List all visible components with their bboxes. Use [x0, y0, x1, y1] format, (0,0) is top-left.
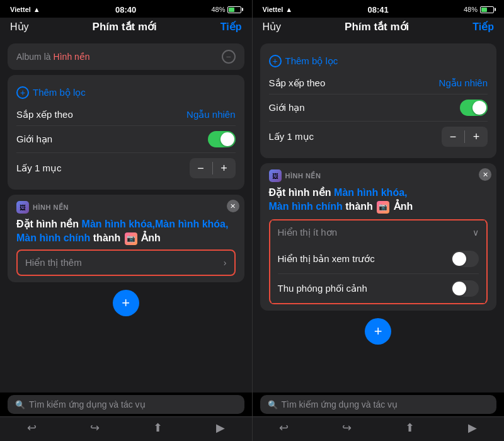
left-limit-toggle-knob [220, 132, 234, 146]
right-wifi-icon: ▲ [285, 6, 292, 13]
left-search-icon: 🔍 [15, 400, 25, 410]
left-battery-fill [229, 8, 234, 12]
left-show-more-row[interactable]: Hiển thị thêm › [16, 249, 236, 276]
left-sort-value[interactable]: Ngẫu nhiên [186, 109, 235, 120]
right-action-header: 🖼 HÌNH NỀN [269, 169, 488, 182]
left-add-filter-row[interactable]: + Thêm bộ lọc [16, 81, 236, 104]
right-zoom-row: Thu phóng phối cảnh [278, 274, 479, 303]
right-stepper-minus[interactable]: − [442, 127, 464, 147]
left-limit-toggle[interactable] [208, 131, 236, 147]
right-battery-fill [481, 8, 487, 12]
left-phone-panel: Viettel ▲ 08:40 48% Hủy Phím tắt mới Tiế… [0, 0, 252, 441]
right-show-less-text: Hiển thị ít hơn [278, 227, 338, 238]
left-limit-label: Giới hạn [16, 134, 52, 145]
right-red-box: Hiển thị ít hơn ∨ Hiển thị bản xem trước… [269, 219, 488, 304]
left-action-photo: Ảnh [141, 232, 161, 243]
right-take-label: Lấy 1 mục [269, 131, 314, 142]
right-nav-bar: Hủy Phím tắt mới Tiếp [253, 18, 505, 38]
left-tab-forward-icon[interactable]: ↪ [90, 421, 100, 435]
left-action-card: 🖼 HÌNH NỀN ✕ Đặt hình nền Màn hình khóa,… [8, 195, 244, 282]
right-stepper: − + [442, 127, 488, 147]
right-action-home: Màn hình chính [269, 201, 343, 212]
left-content: Album là Hình nền − + Thêm bộ lọc Sắp xế… [0, 38, 252, 392]
left-tab-back-icon[interactable]: ↩ [27, 421, 37, 435]
left-tab-share-icon[interactable]: ⬆ [153, 421, 163, 435]
left-filter-value: Hình nền [54, 52, 90, 62]
left-stepper-minus[interactable]: − [190, 158, 212, 178]
right-status-left: Viettel ▲ [263, 6, 293, 13]
left-stepper-plus[interactable]: + [213, 158, 236, 178]
left-filter-card: Album là Hình nền − [8, 43, 244, 70]
right-carrier: Viettel [263, 6, 284, 13]
right-tab-forward-icon[interactable]: ↪ [342, 421, 352, 435]
right-add-filter-row[interactable]: + Thêm bộ lọc [269, 50, 488, 72]
left-add-filter-text: Thêm bộ lọc [33, 87, 86, 98]
right-sort-row: Sắp xếp theo Ngẫu nhiên [269, 72, 488, 94]
left-fab-icon: + [122, 295, 130, 311]
right-status-right: 48% [464, 6, 494, 13]
left-battery-icon [227, 6, 241, 13]
left-filter-row: Album là Hình nền − [16, 50, 236, 64]
left-action-home: Màn hình chính [16, 232, 90, 243]
left-nav-bar: Hủy Phím tắt mới Tiếp [0, 18, 252, 38]
left-take-row: Lấy 1 mục − + [16, 153, 236, 183]
right-zoom-toggle[interactable] [451, 280, 479, 297]
left-next-button[interactable]: Tiếp [220, 21, 242, 33]
right-battery-icon [480, 6, 494, 13]
right-content: + Thêm bộ lọc Sắp xếp theo Ngẫu nhiên Gi… [253, 38, 505, 392]
left-fab-button[interactable]: + [113, 290, 139, 316]
right-close-button[interactable]: ✕ [479, 168, 491, 181]
right-fab-button[interactable]: + [365, 318, 391, 345]
left-close-button[interactable]: ✕ [227, 200, 239, 212]
left-status-left: Viettel ▲ [10, 6, 40, 13]
left-tab-bar: ↩ ↪ ⬆ ▶ [0, 416, 252, 441]
left-action-lock2: Màn hình khóa, [155, 219, 228, 229]
right-photo-icon: 📷 [377, 201, 389, 214]
left-carrier: Viettel [10, 6, 31, 13]
right-action-to: thành [345, 201, 375, 212]
right-search-icon: 🔍 [268, 400, 278, 410]
left-filter-row-left: Album là Hình nền [16, 52, 90, 62]
right-cancel-button[interactable]: Hủy [263, 21, 282, 33]
right-tab-play-icon[interactable]: ▶ [468, 421, 477, 435]
right-preview-label: Hiển thị bản xem trước [278, 253, 375, 265]
left-tab-play-icon[interactable]: ▶ [216, 421, 225, 435]
left-limit-row: Giới hạn [16, 126, 236, 153]
right-sort-value[interactable]: Ngẫu nhiên [439, 77, 488, 89]
right-app-icon: 🖼 [269, 169, 282, 182]
right-zoom-label: Thu phóng phối cảnh [278, 283, 367, 294]
left-app-label: HÌNH NỀN [33, 203, 69, 212]
left-status-bar: Viettel ▲ 08:40 48% [0, 0, 252, 18]
left-chevron-right-icon: › [224, 258, 227, 268]
right-sub-options: Hiển thị bản xem trước Thu phóng phối cả… [272, 244, 486, 303]
right-tab-share-icon[interactable]: ⬆ [405, 421, 415, 435]
left-photo-icon: 📷 [125, 232, 137, 245]
right-action-text: Đặt hình nền Màn hình khóa, Màn hình chí… [269, 186, 488, 214]
left-add-filter-card: + Thêm bộ lọc Sắp xếp theo Ngẫu nhiên Gi… [8, 75, 244, 190]
left-search-bar[interactable]: 🔍 Tìm kiếm ứng dụng và tác vụ [8, 395, 244, 414]
left-time: 08:40 [115, 5, 136, 14]
left-app-icon: 🖼 [16, 201, 29, 214]
right-battery-pct: 48% [464, 6, 478, 13]
right-next-button[interactable]: Tiếp [472, 21, 494, 33]
right-show-less-row[interactable]: Hiển thị ít hơn ∨ [272, 220, 486, 244]
right-search-bar[interactable]: 🔍 Tìm kiếm ứng dụng và tác vụ [260, 395, 497, 414]
left-add-filter-icon: + [16, 86, 29, 99]
right-action-photo: Ảnh [394, 201, 413, 212]
right-search-placeholder: Tìm kiếm ứng dụng và tác vụ [282, 399, 398, 410]
right-sort-label: Sắp xếp theo [269, 77, 326, 89]
right-zoom-toggle-knob [452, 282, 466, 295]
left-is-label: là [44, 52, 51, 62]
right-preview-toggle-knob [452, 252, 466, 266]
left-remove-filter-button[interactable]: − [222, 50, 236, 64]
right-limit-row: Giới hạn [269, 94, 488, 122]
right-tab-back-icon[interactable]: ↩ [279, 421, 289, 435]
right-stepper-plus[interactable]: + [465, 127, 488, 147]
right-limit-toggle[interactable] [460, 100, 488, 116]
right-time: 08:41 [367, 5, 388, 14]
right-preview-toggle[interactable] [451, 251, 479, 267]
left-cancel-button[interactable]: Hủy [10, 21, 29, 33]
left-action-text: Đặt hình nền Màn hình khóa,Màn hình khóa… [16, 217, 236, 246]
left-status-right: 48% [211, 6, 241, 13]
right-status-bar: Viettel ▲ 08:41 48% [253, 0, 505, 18]
